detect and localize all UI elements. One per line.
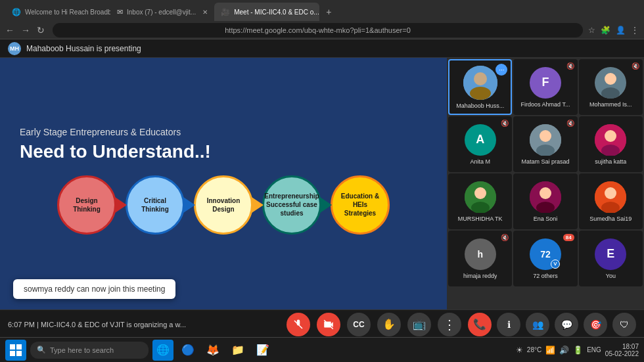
participant-tile-1[interactable]: 🔇 F Firdoos Ahmad T...: [513, 59, 577, 115]
flow-circle-1: Design Thinking: [57, 175, 116, 235]
tab-3-active[interactable]: 🎥 Meet - MIC-IIC4.0 & EDC o... ✕: [214, 3, 319, 21]
tab-2[interactable]: ✉ Inbox (7) - edcell@vjit... ✕: [110, 3, 214, 21]
taskbar-app-firefox[interactable]: 🦊: [202, 340, 223, 361]
svg-point-13: [474, 187, 486, 199]
chat-button[interactable]: 💬: [555, 313, 578, 336]
tab-1[interactable]: 🌐 Welcome to Hi Reach Broadb... ✕: [5, 3, 110, 21]
meeting-info: 6:07 PM | MIC-IIC4.0 & EDC of VJIT is or…: [8, 321, 281, 328]
svg-rect-24: [16, 344, 22, 350]
participant-avatar-3: A: [465, 124, 496, 156]
participant-name-3: Anita M: [470, 158, 490, 165]
notification-text: sowmya reddy can now join this meeting: [24, 284, 165, 294]
svg-point-19: [605, 187, 616, 199]
presenter-bar: MH Mahaboob Hussain is presenting: [0, 39, 644, 58]
more-options-icon[interactable]: ···: [495, 64, 507, 76]
participant-avatar-10: 72 V: [530, 238, 561, 270]
participant-tile-4[interactable]: 🔇 Matam Sai prasad: [513, 116, 577, 172]
participant-tile-0[interactable]: ··· Mahaboob Huss...: [448, 59, 512, 115]
flow-arrow-4: [320, 197, 332, 213]
presenter-name: Mahaboob Hussain is presenting: [26, 44, 141, 53]
address-bar: ← → ↻ ☆ 🧩 👤 ⋮: [0, 21, 644, 39]
tab-close-2[interactable]: ✕: [202, 9, 208, 16]
raise-hand-button[interactable]: ✋: [377, 313, 401, 336]
url-input[interactable]: [53, 23, 583, 37]
participant-avatar-0: [463, 66, 497, 100]
safety-button[interactable]: 🛡: [612, 313, 636, 336]
flow-arrow-1: [115, 197, 127, 213]
taskbar-search[interactable]: 🔍 Type here to search: [30, 342, 149, 359]
taskbar-app-word[interactable]: 📝: [252, 340, 273, 361]
battery-icon: 🔋: [573, 346, 583, 355]
flow-arrow-2: [183, 197, 195, 213]
extensions-icon[interactable]: 🧩: [601, 26, 610, 35]
participant-avatar-9: h: [465, 238, 496, 270]
participant-avatar-2: [595, 67, 626, 99]
settings-icon[interactable]: ⋮: [631, 26, 639, 35]
participant-avatar-5: [595, 124, 626, 156]
notification-bar: sowmya reddy can now join this meeting: [13, 279, 175, 299]
browser-chrome: 🌐 Welcome to Hi Reach Broadb... ✕ ✉ Inbo…: [0, 0, 644, 39]
more-button[interactable]: ⋮: [438, 313, 461, 336]
taskbar-app-edge[interactable]: 🌐: [152, 340, 173, 361]
tab-new[interactable]: +: [319, 3, 338, 21]
participant-avatar-1: F: [530, 67, 561, 99]
participant-name-10: 72 others: [533, 273, 558, 279]
info-button[interactable]: ℹ: [497, 313, 520, 336]
participant-tile-2[interactable]: 🔇 Mohammed Is...: [579, 59, 643, 115]
bookmark-icon[interactable]: ☆: [588, 26, 595, 35]
svg-point-10: [605, 130, 616, 142]
mute-button[interactable]: [287, 313, 310, 336]
reload-button[interactable]: ↻: [37, 25, 47, 35]
participant-tile-5[interactable]: sujitha katta: [579, 116, 643, 172]
flow-circle-3: Innovation Design: [194, 175, 253, 235]
participant-name-0: Mahaboob Huss...: [456, 102, 504, 109]
slide-area: Early Stage Entrepreneurs & Educators Ne…: [0, 58, 447, 309]
profile-icon[interactable]: 👤: [616, 26, 626, 35]
activities-button[interactable]: 🎯: [584, 313, 607, 336]
participant-tile-9[interactable]: 🔇 h himaja reddy: [448, 231, 512, 286]
mute-icon-1: 🔇: [566, 62, 574, 70]
participant-tile-7[interactable]: Ena Soni: [513, 173, 577, 229]
time-display: 18:07: [605, 343, 639, 350]
participant-name-6: MURSHIDHA TK: [458, 215, 503, 222]
participants-panel: ··· Mahaboob Huss... 🔇 F Firdoos Ahmad T…: [447, 58, 644, 309]
tab-favicon: ✉: [117, 8, 123, 16]
taskbar-time: 18:07 05-02-2022: [605, 343, 639, 357]
flow-circle-4: Entrepreneurship Successful case studies: [262, 175, 321, 235]
participant-tile-8[interactable]: Sumedha Sai19: [579, 173, 643, 229]
participant-name-8: Sumedha Sai19: [589, 215, 632, 222]
volume-icon: 🔊: [559, 346, 569, 355]
back-button[interactable]: ←: [5, 25, 16, 35]
taskbar-icons: ☀ 28°C 📶 🔊 🔋 ENG 18:07 05-02-2022: [516, 343, 639, 357]
participant-tile-3[interactable]: 🔇 A Anita M: [448, 116, 512, 172]
participant-name-1: Firdoos Ahmad T...: [521, 101, 570, 108]
captions-button[interactable]: CC: [347, 313, 371, 336]
camera-button[interactable]: [317, 313, 340, 336]
mute-icon-9: 🔇: [501, 234, 509, 241]
svg-rect-23: [10, 344, 15, 350]
mute-icon-3: 🔇: [501, 120, 509, 127]
participant-name-9: himaja reddy: [463, 273, 497, 279]
end-call-button[interactable]: 📞: [468, 313, 492, 336]
start-button[interactable]: [5, 340, 26, 361]
forward-button[interactable]: →: [21, 25, 32, 35]
taskbar: 🔍 Type here to search 🌐 🔵 🦊 📁 📝 ☀ 28°C 📶…: [0, 337, 644, 362]
search-placeholder: Type here to search: [50, 346, 114, 354]
participant-avatar-6: [465, 181, 496, 213]
people-button[interactable]: 👥: [526, 313, 549, 336]
participant-tile-11[interactable]: E You: [579, 231, 643, 286]
tab-label: Welcome to Hi Reach Broadb...: [25, 9, 110, 16]
participant-tile-10[interactable]: 84 72 V 72 others: [513, 231, 577, 286]
tab-favicon: 🎥: [221, 8, 230, 16]
network-icon: 📶: [545, 346, 555, 355]
participant-avatar-11: E: [595, 238, 626, 270]
tab-label: Inbox (7) - edcell@vjit...: [127, 9, 196, 16]
present-button[interactable]: 📺: [407, 313, 431, 336]
mute-icon-4: 🔇: [566, 120, 574, 127]
participant-tile-6[interactable]: MURSHIDHA TK: [448, 173, 512, 229]
language: ENG: [587, 346, 601, 353]
taskbar-app-files[interactable]: 📁: [227, 340, 248, 361]
taskbar-app-chrome[interactable]: 🔵: [177, 340, 198, 361]
svg-point-1: [474, 72, 487, 85]
svg-rect-25: [10, 351, 15, 356]
